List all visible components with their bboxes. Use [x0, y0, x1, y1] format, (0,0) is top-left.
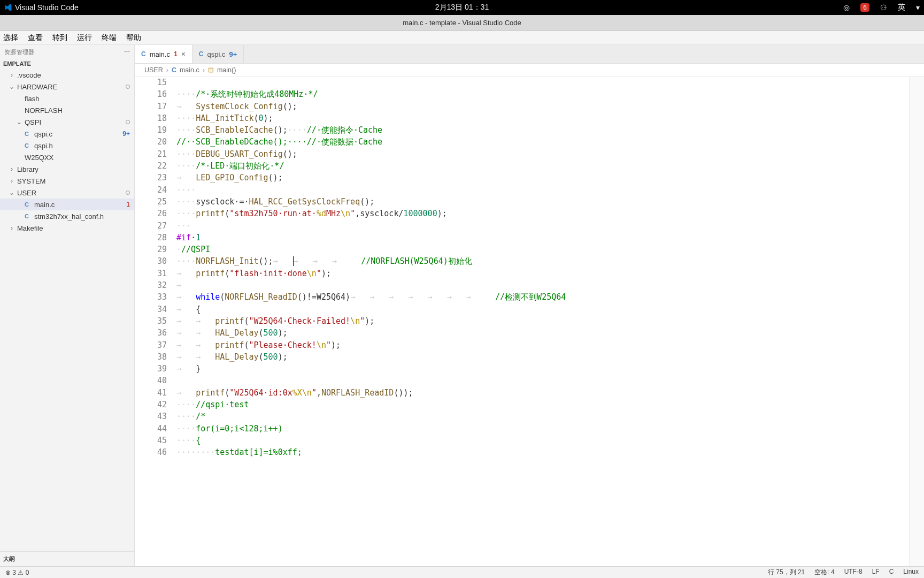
status-lang[interactable]: C: [889, 568, 894, 577]
editor-tabs: C main.c 1 × C qspi.c 9+: [135, 45, 924, 64]
breadcrumb-folder[interactable]: USER: [144, 66, 163, 74]
tab-qspi-c[interactable]: C qspi.c 9+: [192, 45, 244, 63]
c-file-icon: C: [25, 201, 32, 208]
status-os[interactable]: Linux: [903, 568, 919, 577]
status-spaces[interactable]: 空格: 4: [814, 568, 834, 577]
accessibility-icon[interactable]: ⚇: [880, 3, 887, 12]
c-file-icon: C: [25, 131, 32, 137]
system-menu-bar: Visual Studio Code 2月13日 01：31 ◎ 6 ⚇ 英 ▾: [0, 0, 924, 15]
menu-select[interactable]: 选择: [3, 33, 18, 43]
tree-item-stm32h7xx-hal-conf-h[interactable]: Cstm32h7xx_hal_conf.h: [0, 210, 134, 222]
menu-go[interactable]: 转到: [52, 33, 67, 43]
tree-item-main-c[interactable]: Cmain.c1: [0, 199, 134, 210]
tree-item-flash[interactable]: flash: [0, 93, 134, 104]
c-file-icon: C: [25, 142, 32, 149]
system-clock: 2月13日 01：31: [435, 3, 489, 12]
screen-record-icon[interactable]: ◎: [843, 3, 850, 12]
code-lines[interactable]: ····/*·系统时钟初始化成480MHz·*/→ SystemClock_Co…: [176, 77, 924, 566]
tree-item-library[interactable]: ›Library: [0, 163, 134, 175]
app-name: Visual Studio Code: [15, 3, 79, 12]
network-icon[interactable]: ▾: [916, 3, 920, 12]
tree-item-qspi[interactable]: ⌄QSPI: [0, 116, 134, 128]
c-file-icon: C: [141, 50, 146, 58]
tree-item--vscode[interactable]: ›.vscode: [0, 69, 134, 81]
ime-indicator[interactable]: 英: [898, 3, 905, 12]
app-indicator: Visual Studio Code: [4, 3, 79, 12]
window-title: main.c - template - Visual Studio Code: [0, 15, 924, 31]
menu-terminal[interactable]: 终端: [102, 33, 117, 43]
status-encoding[interactable]: UTF-8: [844, 568, 863, 577]
menu-view[interactable]: 查看: [28, 33, 43, 43]
outline-section[interactable]: 大纲: [0, 551, 134, 566]
status-errors[interactable]: ⊗ 3 ⚠ 0: [5, 569, 29, 576]
tree-item-user[interactable]: ⌄USER: [0, 187, 134, 199]
menu-help[interactable]: 帮助: [126, 33, 141, 43]
status-eol[interactable]: LF: [872, 568, 880, 577]
editor-area: C main.c 1 × C qspi.c 9+ USER › C main.c…: [135, 45, 924, 566]
statusbar: ⊗ 3 ⚠ 0 行 75，列 21 空格: 4 UTF-8 LF C Linux: [0, 566, 924, 578]
explorer-sidebar: 资源管理器 ⋯ EMPLATE ›.vscode⌄HARDWAREflashNO…: [0, 45, 135, 566]
c-file-icon: C: [199, 50, 204, 58]
close-icon[interactable]: ×: [181, 50, 186, 58]
status-cursor[interactable]: 行 75，列 21: [768, 568, 805, 577]
file-tree: ›.vscode⌄HARDWAREflashNORFLASH⌄QSPICqspi…: [0, 69, 134, 551]
breadcrumb-symbol[interactable]: main(): [217, 66, 236, 74]
notification-badge[interactable]: 6: [860, 3, 869, 12]
tab-main-c[interactable]: C main.c 1 ×: [135, 45, 192, 63]
tree-item-hardware[interactable]: ⌄HARDWARE: [0, 81, 134, 93]
menu-run[interactable]: 运行: [77, 33, 92, 43]
tree-item-w25qxx[interactable]: W25QXX: [0, 151, 134, 163]
tree-item-system[interactable]: ›SYSTEM: [0, 175, 134, 187]
c-file-icon: C: [172, 66, 176, 74]
breadcrumb-file[interactable]: main.c: [180, 66, 199, 74]
code-editor[interactable]: 1516171819202122232425262728293031323334…: [135, 77, 924, 566]
function-icon: ⊡: [208, 66, 214, 74]
breadcrumb[interactable]: USER › C main.c › ⊡ main(): [135, 64, 924, 77]
menu-bar[interactable]: 选择 查看 转到 运行 终端 帮助: [0, 31, 924, 45]
vscode-icon: [4, 4, 12, 11]
project-name[interactable]: EMPLATE: [0, 59, 134, 69]
tree-item-qspi-h[interactable]: Cqspi.h: [0, 140, 134, 151]
minimap[interactable]: [909, 77, 924, 566]
tree-item-makefile[interactable]: ›Makefile: [0, 222, 134, 234]
line-gutter: 1516171819202122232425262728293031323334…: [135, 77, 176, 566]
explorer-title: 资源管理器: [4, 48, 35, 56]
explorer-more-icon[interactable]: ⋯: [124, 49, 130, 56]
c-file-icon: C: [25, 213, 32, 219]
tree-item-qspi-c[interactable]: Cqspi.c9+: [0, 128, 134, 140]
tree-item-norflash[interactable]: NORFLASH: [0, 104, 134, 116]
